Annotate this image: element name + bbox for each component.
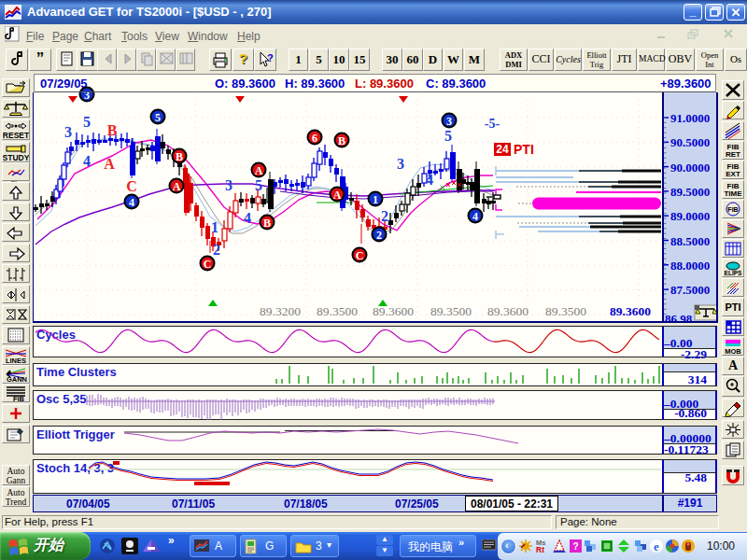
svg-text:e: e bbox=[654, 539, 659, 553]
svg-text:?: ? bbox=[572, 541, 578, 552]
svg-text:Rt: Rt bbox=[536, 545, 544, 554]
